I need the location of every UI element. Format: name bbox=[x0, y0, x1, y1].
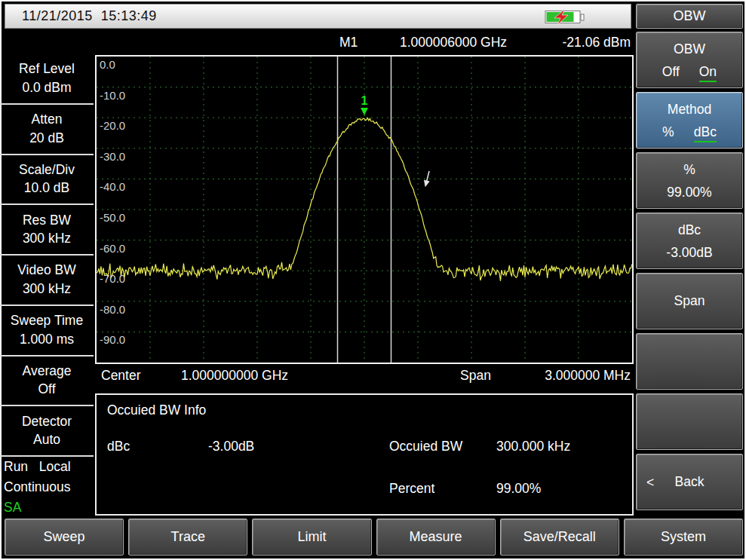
softkey-title: dBc bbox=[637, 222, 742, 238]
bottom-button-trace[interactable]: Trace bbox=[128, 519, 247, 555]
softkey-back[interactable]: <Back bbox=[636, 454, 743, 510]
option-on[interactable]: On bbox=[699, 64, 717, 82]
run-state: Run Local Continuous SA bbox=[4, 457, 94, 518]
run-mode-label: Run Local bbox=[4, 457, 94, 477]
softkey-blank-2 bbox=[636, 393, 743, 450]
softkey-blank-1 bbox=[636, 333, 743, 390]
y-axis-label: -90.0 bbox=[100, 333, 125, 346]
param-value: 0.0 dBm bbox=[22, 79, 71, 97]
y-axis-label: -10.0 bbox=[100, 89, 125, 102]
back-chevron-icon: < bbox=[646, 474, 654, 490]
softkey-label: Back bbox=[675, 474, 705, 490]
softkey-percent[interactable]: %99.00% bbox=[636, 152, 743, 209]
bottom-menu-bar: SweepTraceLimitMeasureSave/RecallSystem bbox=[5, 519, 743, 555]
obw-percent-label: Percent bbox=[389, 481, 434, 497]
param-label: Average bbox=[23, 363, 72, 381]
param-label: Atten bbox=[32, 111, 63, 129]
param-value: 300 kHz bbox=[23, 280, 71, 298]
param-value: 10.0 dB bbox=[24, 179, 69, 197]
marker-1-label[interactable]: 1 bbox=[361, 94, 368, 107]
obw-dbc-label: dBc bbox=[107, 439, 130, 454]
softkey-obw-toggle[interactable]: OBWOffOn bbox=[636, 32, 743, 88]
option-off[interactable]: Off bbox=[662, 64, 680, 82]
param-video-bw[interactable]: Video BW300 kHz bbox=[0, 256, 94, 306]
page-title: OBW bbox=[636, 4, 743, 29]
softkey-value: -3.00dB bbox=[637, 245, 742, 261]
softkey-title: OBW bbox=[637, 41, 742, 57]
y-axis-label: -20.0 bbox=[100, 119, 125, 132]
softkey-dbc[interactable]: dBc-3.00dB bbox=[636, 213, 743, 269]
marker-frequency: 1.000006000 GHz bbox=[400, 35, 507, 50]
softkey-value: 99.00% bbox=[637, 185, 742, 200]
battery-charging-icon bbox=[545, 9, 587, 25]
y-axis-label: -50.0 bbox=[100, 211, 125, 224]
datetime-display: 11/21/2015 15:13:49 bbox=[22, 8, 157, 24]
param-scale-div[interactable]: Scale/Div10.0 dB bbox=[0, 155, 94, 206]
y-axis-label: -80.0 bbox=[100, 303, 125, 316]
bottom-button-limit[interactable]: Limit bbox=[252, 519, 371, 555]
status-bar: 11/21/2015 15:13:49 bbox=[5, 4, 631, 29]
sweep-mode-label: Continuous bbox=[4, 477, 94, 497]
param-label: Scale/Div bbox=[19, 161, 75, 179]
marker-1-arrow-icon bbox=[361, 108, 368, 115]
softkey-options: %dBc bbox=[637, 124, 742, 142]
param-sweep-time[interactable]: Sweep Time1.000 ms bbox=[0, 306, 94, 357]
param-value: 1.000 ms bbox=[20, 331, 74, 349]
option-dbc[interactable]: dBc bbox=[694, 124, 717, 142]
obw-bw-value: 300.000 kHz bbox=[496, 439, 570, 454]
marker-name: M1 bbox=[339, 35, 358, 50]
span-value: 3.000000 MHz bbox=[545, 368, 631, 384]
span-label: Span bbox=[460, 368, 491, 384]
bottom-button-save-recall[interactable]: Save/Recall bbox=[500, 519, 619, 555]
spectrum-plot[interactable]: 1 bbox=[97, 57, 632, 363]
option-percent[interactable]: % bbox=[662, 124, 674, 142]
obw-info-panel: Occuied BW Info dBc -3.00dB Occuied BW 3… bbox=[95, 393, 634, 516]
obw-percent-value: 99.00% bbox=[496, 481, 541, 497]
center-label: Center bbox=[101, 368, 141, 384]
param-detector[interactable]: DetectorAuto bbox=[0, 406, 94, 457]
param-value: Off bbox=[38, 381, 55, 399]
bottom-button-label: Limit bbox=[297, 529, 326, 545]
obw-info-title: Occuied BW Info bbox=[107, 402, 206, 418]
param-value: 300 kHz bbox=[23, 230, 71, 248]
param-label: Video BW bbox=[17, 262, 76, 280]
bottom-button-label: Measure bbox=[410, 529, 462, 545]
marker-readout: M1 1.000006000 GHz -21.06 dBm bbox=[97, 35, 632, 51]
y-axis-label: -40.0 bbox=[100, 180, 125, 193]
softkey-title: Method bbox=[637, 102, 742, 118]
page-title-label: OBW bbox=[674, 8, 706, 24]
center-value: 1.000000000 GHz bbox=[181, 368, 288, 384]
left-parameter-panel: Ref Level0.0 dBmAtten20 dBScale/Div10.0 … bbox=[0, 54, 94, 457]
y-axis-label: -30.0 bbox=[100, 150, 125, 163]
analyzer-mode-label: SA bbox=[4, 497, 94, 518]
axis-info-row: Center 1.000000000 GHz Span 3.000000 MHz bbox=[97, 368, 632, 386]
param-label: Res BW bbox=[23, 212, 71, 230]
softkey-options: OffOn bbox=[637, 64, 742, 82]
softkey-span[interactable]: Span bbox=[636, 273, 743, 329]
param-ref-level[interactable]: Ref Level0.0 dBm bbox=[0, 54, 94, 105]
obw-dbc-value: -3.00dB bbox=[208, 439, 254, 454]
obw-bw-label: Occuied BW bbox=[389, 439, 462, 454]
softkey-label: Span bbox=[674, 293, 705, 309]
y-axis-label: -70.0 bbox=[100, 272, 125, 285]
param-value: Auto bbox=[33, 431, 60, 449]
softkey-method[interactable]: Method%dBc bbox=[636, 92, 743, 148]
bottom-button-label: Trace bbox=[171, 529, 205, 545]
bottom-button-label: Sweep bbox=[44, 529, 85, 545]
bottom-button-label: System bbox=[661, 529, 706, 545]
param-label: Sweep Time bbox=[11, 312, 83, 330]
param-average[interactable]: AverageOff bbox=[0, 357, 94, 407]
param-label: Ref Level bbox=[19, 60, 75, 78]
param-res-bw[interactable]: Res BW300 kHz bbox=[0, 205, 94, 256]
bottom-button-measure[interactable]: Measure bbox=[376, 519, 496, 555]
bottom-button-sweep[interactable]: Sweep bbox=[5, 519, 124, 555]
bottom-button-label: Save/Recall bbox=[523, 529, 596, 545]
softkey-title: % bbox=[637, 162, 742, 178]
softkey-menu: OBWOffOnMethod%dBc%99.00%dBc-3.00dBSpan<… bbox=[636, 32, 743, 510]
spectrum-chart[interactable]: 1 0.0-10.0-20.0-30.0-40.0-50.0-60.0-70.0… bbox=[95, 55, 634, 364]
param-value: 20 dB bbox=[29, 130, 64, 148]
param-atten[interactable]: Atten20 dB bbox=[0, 105, 94, 155]
y-axis-label: -60.0 bbox=[100, 242, 125, 255]
bottom-button-system[interactable]: System bbox=[624, 519, 743, 555]
spectrum-analyzer-screen: 11/21/2015 15:13:49 OBW Ref Level0.0 dBm… bbox=[0, 0, 746, 560]
